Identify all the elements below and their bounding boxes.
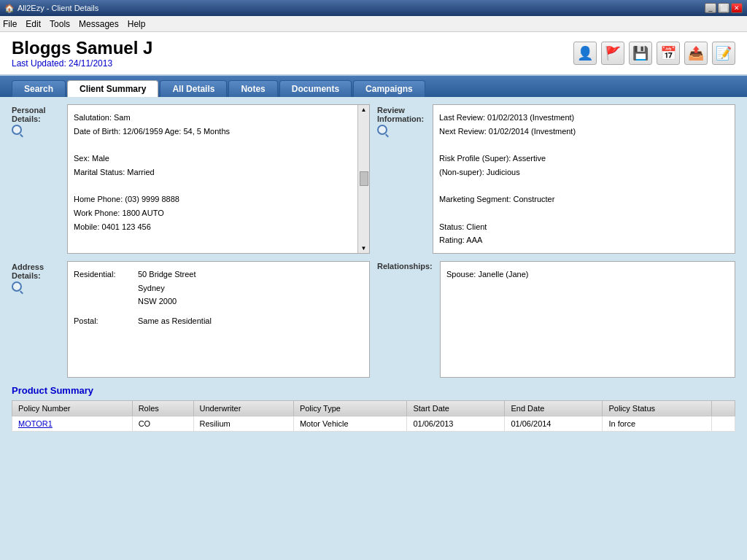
toolbar: 👤 🚩 💾 📅 📤 📝 <box>573 42 735 65</box>
residential-address: 50 Bridge Street Sydney NSW 2000 <box>138 268 196 308</box>
last-review: Last Review: 01/02/2013 (Investment) <box>439 111 729 125</box>
relationships-label: Relationships: <box>377 260 433 271</box>
residential-label: Residential: <box>74 268 132 308</box>
postal-value: Same as Residential <box>138 314 212 328</box>
marital-status: Marital Status: Married <box>74 166 352 179</box>
tab-bar: Search Client Summary All Details Notes … <box>0 76 747 97</box>
rating: Rating: AAA <box>439 233 729 247</box>
client-status: Status: Client <box>439 220 729 234</box>
col-policy-type: Policy Type <box>293 400 407 416</box>
address-line1: 50 Bridge Street <box>138 268 196 281</box>
risk-nonsuper: (Non-super): Judicious <box>439 166 729 179</box>
mobile: Mobile: 0401 123 456 <box>74 220 352 234</box>
product-table: Policy Number Roles Underwriter Policy T… <box>12 400 735 432</box>
last-updated-value: 24/11/2013 <box>69 58 112 69</box>
title-bar: 🏠 All2Ezy - Client Details _ ⬜ ✕ <box>0 0 747 16</box>
title-bar-controls: _ ⬜ ✕ <box>705 3 743 13</box>
col-roles: Roles <box>132 400 193 416</box>
personal-details-block: PersonalDetails: Salutation: Sam Date of… <box>12 104 370 254</box>
col-actions <box>712 400 735 416</box>
scroll-down-btn[interactable]: ▼ <box>360 244 368 253</box>
menu-messages[interactable]: Messages <box>79 19 119 29</box>
last-updated: Last Updated: 24/11/2013 <box>12 58 152 69</box>
menu-file[interactable]: File <box>3 19 17 29</box>
table-header-row: Policy Number Roles Underwriter Policy T… <box>12 400 735 416</box>
menu-help[interactable]: Help <box>128 19 146 29</box>
tab-notes[interactable]: Notes <box>228 80 277 97</box>
salutation: Salutation: Sam <box>74 111 352 125</box>
postal-label: Postal: <box>74 314 132 328</box>
col-underwriter: Underwriter <box>193 400 293 416</box>
col-policy-number: Policy Number <box>12 400 133 416</box>
marketing: Marketing Segment: Constructer <box>439 192 729 206</box>
client-info: Bloggs Samuel J Last Updated: 24/11/2013 <box>12 38 152 69</box>
user-icon[interactable]: 👤 <box>573 42 597 65</box>
tab-documents[interactable]: Documents <box>279 80 352 97</box>
tab-search[interactable]: Search <box>12 80 66 97</box>
next-review: Next Review: 01/02/2014 (Investment) <box>439 125 729 139</box>
main-content: PersonalDetails: Salutation: Sam Date of… <box>0 97 747 555</box>
last-updated-label: Last Updated: <box>12 58 66 69</box>
spacer3 <box>439 138 729 152</box>
address-line2: Sydney <box>138 281 196 295</box>
scroll-up-btn[interactable]: ▲ <box>360 105 368 114</box>
dob: Date of Birth: 12/06/1959 Age: 54, 5 Mon… <box>74 125 352 139</box>
address-label-area: AddressDetails: <box>12 261 63 378</box>
review-info-content: Last Review: 01/02/2013 (Investment) Nex… <box>433 104 735 254</box>
personal-details-label: PersonalDetails: <box>12 104 45 123</box>
app-icon: 🏠 <box>4 4 15 13</box>
address-content: Residential: 50 Bridge Street Sydney NSW… <box>67 261 370 378</box>
sex: Sex: Male <box>74 152 352 166</box>
menu-edit[interactable]: Edit <box>26 19 41 29</box>
personal-details-label-area: PersonalDetails: <box>12 104 63 254</box>
work-phone: Work Phone: 1800 AUTO <box>74 206 352 220</box>
cell-roles: CO <box>132 416 193 431</box>
cell-action <box>712 416 735 431</box>
calendar-icon[interactable]: 📅 <box>657 42 680 65</box>
relationship-value: Spouse: Janelle (Jane) <box>446 268 729 281</box>
personal-details-content: Salutation: Sam Date of Birth: 12/06/195… <box>68 105 357 253</box>
edit-icon[interactable]: 📝 <box>712 42 735 65</box>
export-icon[interactable]: 📤 <box>684 42 708 65</box>
window-title: All2Ezy - Client Details <box>18 4 98 12</box>
tab-client-summary[interactable]: Client Summary <box>67 80 158 97</box>
personal-details-zoom-icon[interactable] <box>12 125 22 135</box>
scroll-thumb[interactable] <box>360 171 368 186</box>
tab-all-details[interactable]: All Details <box>160 80 227 97</box>
tab-campaigns[interactable]: Campaigns <box>353 80 425 97</box>
cell-underwriter: Resilium <box>193 416 293 431</box>
scrollbar[interactable]: ▲ ▼ <box>357 105 369 253</box>
address-details-block: AddressDetails: Residential: 50 Bridge S… <box>12 261 370 378</box>
postal-row: Postal: Same as Residential <box>74 314 363 328</box>
relationships-block: Relationships: Spouse: Janelle (Jane) <box>377 261 735 378</box>
cell-end-date: 01/06/2014 <box>505 416 603 431</box>
middle-row: AddressDetails: Residential: 50 Bridge S… <box>12 261 735 378</box>
restore-button[interactable]: ⬜ <box>718 3 729 13</box>
save-icon[interactable]: 💾 <box>629 42 652 65</box>
product-summary-section: Product Summary Policy Number Roles Unde… <box>12 385 735 432</box>
review-info-label: ReviewInformation: <box>377 104 424 123</box>
header: Bloggs Samuel J Last Updated: 24/11/2013… <box>0 32 747 76</box>
relationships-content: Spouse: Janelle (Jane) <box>440 261 735 378</box>
cell-status: In force <box>603 416 712 431</box>
spacer5 <box>439 206 729 220</box>
review-info-label-area: ReviewInformation: <box>377 104 428 254</box>
flag-icon[interactable]: 🚩 <box>601 42 624 65</box>
minimize-button[interactable]: _ <box>705 3 716 13</box>
residential-row: Residential: 50 Bridge Street Sydney NSW… <box>74 268 363 308</box>
review-info-zoom-icon[interactable] <box>377 125 387 135</box>
close-button[interactable]: ✕ <box>731 3 743 13</box>
spacer4 <box>439 179 729 192</box>
menu-tools[interactable]: Tools <box>50 19 70 29</box>
table-row: MOTOR1 CO Resilium Motor Vehicle 01/06/2… <box>12 416 735 431</box>
risk-super: Risk Profile (Super): Assertive <box>439 152 729 166</box>
product-summary-header: Product Summary <box>12 385 735 396</box>
home-phone: Home Phone: (03) 9999 8888 <box>74 192 352 206</box>
address-label: AddressDetails: <box>12 261 44 280</box>
col-start-date: Start Date <box>407 400 505 416</box>
col-end-date: End Date <box>505 400 603 416</box>
cell-policy-number: MOTOR1 <box>12 416 133 431</box>
client-name: Bloggs Samuel J <box>12 38 152 58</box>
policy-number-link[interactable]: MOTOR1 <box>18 419 53 428</box>
address-zoom-icon[interactable] <box>12 281 22 292</box>
